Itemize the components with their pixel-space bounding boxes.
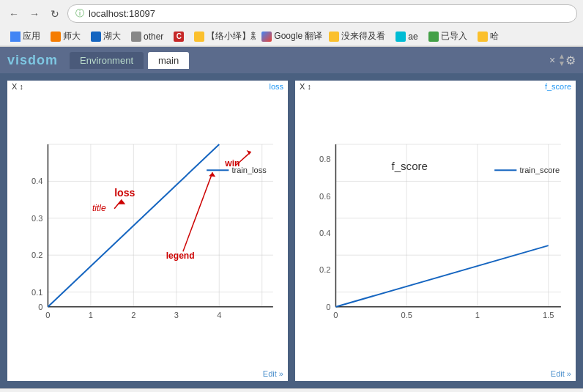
- bookmark-label: ae: [408, 32, 417, 42]
- c-icon: C: [174, 32, 184, 42]
- fscore-chart-header: X ↕ f_score: [295, 81, 576, 92]
- google-translate-icon: [261, 32, 272, 42]
- scroll-down-icon: ▼: [558, 60, 565, 67]
- bookmark-huda[interactable]: 湖大: [86, 29, 125, 44]
- svg-text:0.8: 0.8: [319, 155, 330, 163]
- shida-icon: [51, 32, 61, 42]
- svg-text:0: 0: [333, 311, 338, 319]
- bookmark-luoxiaoyi[interactable]: 【络小绎】新手向...: [190, 29, 256, 44]
- main-content: X ↕ loss: [0, 73, 583, 388]
- bookmark-imported[interactable]: 已导入: [424, 29, 472, 44]
- svg-text:0.4: 0.4: [31, 177, 42, 185]
- apps-icon: [10, 32, 21, 42]
- environment-tab[interactable]: Environment: [70, 52, 144, 69]
- lock-icon: ⓘ: [75, 7, 84, 20]
- close-tab-button[interactable]: ×: [549, 54, 555, 66]
- bookmark-label: 师大: [63, 30, 81, 42]
- svg-text:0.1: 0.1: [31, 288, 42, 297]
- svg-text:0.2: 0.2: [319, 265, 330, 274]
- bookmark-ha[interactable]: 哈: [473, 29, 503, 44]
- svg-marker-33: [209, 172, 215, 177]
- import-icon: [428, 32, 439, 42]
- bookmark-unread[interactable]: 没来得及看: [324, 29, 390, 44]
- svg-text:0: 0: [326, 303, 330, 311]
- loss-chart-topleft: X ↕: [12, 82, 23, 91]
- bookmark-label: 应用: [23, 30, 40, 42]
- svg-text:0.5: 0.5: [401, 311, 412, 319]
- address-bar[interactable]: ⓘ localhost:18097: [67, 4, 577, 23]
- fscore-chart-topleft: X ↕: [300, 82, 311, 91]
- loss-chart-header: X ↕ loss: [7, 81, 288, 92]
- bookmark-label: 湖大: [103, 30, 121, 42]
- huda-icon: [91, 32, 101, 42]
- svg-text:f_score: f_score: [391, 160, 428, 172]
- main-tab[interactable]: main: [148, 52, 189, 69]
- forward-button[interactable]: →: [26, 6, 42, 22]
- bookmark-label: 没来得及看: [341, 30, 385, 42]
- fscore-chart-svg: 0 0.2 0.4 0.6 0.8 0 0.5 1 1.5 train_scor…: [295, 92, 576, 381]
- unread-icon: [329, 32, 339, 42]
- bookmark-c[interactable]: C: [169, 30, 188, 43]
- svg-text:legend: legend: [166, 251, 195, 261]
- svg-text:title: title: [92, 203, 106, 213]
- svg-text:1: 1: [475, 311, 480, 319]
- svg-text:0: 0: [38, 303, 42, 311]
- app-bar: visdom Environment main × ▲ ▼ ⚙: [0, 47, 583, 73]
- svg-text:1.5: 1.5: [543, 311, 554, 319]
- ae-icon: [396, 32, 406, 42]
- browser-chrome: ← → ↻ ⓘ localhost:18097 应用 师大 湖大 other C: [0, 0, 583, 47]
- back-button[interactable]: ←: [6, 6, 22, 22]
- bookmark-label: Google 翻译: [274, 30, 322, 42]
- status-bar: https://blog.csdn.net/qq_35756383: [0, 388, 583, 392]
- svg-text:0.2: 0.2: [31, 251, 42, 259]
- svg-text:0: 0: [45, 311, 50, 319]
- svg-text:2: 2: [131, 311, 135, 319]
- svg-text:1: 1: [89, 311, 93, 319]
- bookmarks-bar: 应用 师大 湖大 other C 【络小绎】新手向... Google 翻译 没…: [0, 27, 583, 46]
- loss-chart-body: 0 0.1 0.2 0.3 0.4 0 1 2 3 4 train_loss l…: [7, 92, 288, 381]
- reload-button[interactable]: ↻: [47, 6, 63, 22]
- bookmark-label: other: [144, 32, 163, 42]
- ha-icon: [478, 32, 488, 42]
- scroll-arrows: ▲ ▼: [558, 47, 565, 73]
- fscore-chart-edit-button[interactable]: Edit »: [551, 369, 571, 378]
- loss-chart-panel: X ↕ loss: [7, 81, 288, 381]
- svg-line-32: [183, 172, 212, 251]
- svg-text:loss: loss: [114, 187, 135, 199]
- bookmark-other[interactable]: other: [127, 30, 168, 43]
- luoxiaoyi-icon: [194, 32, 204, 42]
- bookmark-label: 【络小绎】新手向...: [207, 30, 256, 42]
- bookmark-ae[interactable]: ae: [391, 30, 422, 43]
- bookmark-google-translate[interactable]: Google 翻译: [257, 29, 323, 44]
- bookmark-apps[interactable]: 应用: [6, 29, 45, 44]
- loss-chart-edit-button[interactable]: Edit »: [263, 369, 283, 378]
- app-title: visdom: [7, 53, 58, 68]
- nav-bar: ← → ↻ ⓘ localhost:18097: [0, 0, 583, 27]
- svg-text:train_score: train_score: [519, 166, 560, 174]
- svg-text:3: 3: [174, 311, 179, 319]
- settings-icon[interactable]: ⚙: [565, 53, 576, 67]
- loss-chart-svg: 0 0.1 0.2 0.3 0.4 0 1 2 3 4 train_loss l…: [7, 92, 288, 381]
- fscore-chart-topright: f_score: [545, 82, 571, 91]
- bookmark-label: 哈: [490, 30, 499, 42]
- other-icon: [131, 32, 141, 42]
- loss-chart-topright: loss: [269, 82, 283, 91]
- fscore-chart-body: 0 0.2 0.4 0.6 0.8 0 0.5 1 1.5 train_scor…: [295, 92, 576, 381]
- address-text: localhost:18097: [89, 8, 155, 19]
- bookmark-label: 已导入: [441, 30, 467, 42]
- bookmark-shida[interactable]: 师大: [46, 29, 85, 44]
- svg-marker-34: [118, 200, 125, 204]
- svg-text:4: 4: [217, 311, 221, 319]
- fscore-chart-panel: X ↕ f_score 0 0.2: [295, 81, 576, 381]
- svg-text:0.6: 0.6: [319, 192, 330, 201]
- svg-text:0.3: 0.3: [31, 214, 42, 223]
- svg-text:0.4: 0.4: [319, 229, 330, 237]
